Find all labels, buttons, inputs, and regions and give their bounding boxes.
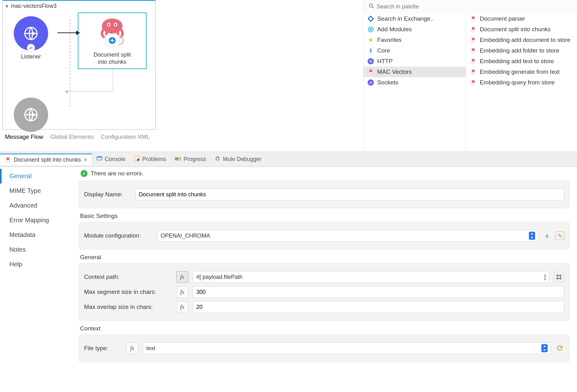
svg-point-37 [560, 275, 561, 276]
doc-split-label: Document split into chunks [78, 51, 146, 66]
palette-search[interactable] [367, 2, 574, 12]
properties-side-nav: General MIME Type Advanced Error Mapping… [0, 167, 76, 366]
op-embed-gen-text[interactable]: Embedding generate from text [466, 67, 577, 77]
tab-mule-debugger[interactable]: Mule Debugger [210, 154, 266, 165]
listener-node[interactable]: ⇄ Listener [6, 16, 56, 60]
fx-toggle-max-segment[interactable]: fx [176, 286, 188, 298]
svg-rect-23 [472, 72, 475, 74]
close-icon[interactable]: ✕ [83, 157, 88, 163]
tab-progress[interactable]: Progress [170, 154, 210, 164]
exchange-icon [367, 15, 374, 22]
context-path-input[interactable]: #[ payload.filePath ] [193, 271, 549, 283]
mac-vectors-icon [470, 37, 477, 43]
data-sense-button[interactable] [554, 272, 564, 282]
svg-rect-25 [472, 83, 475, 85]
svg-point-1 [102, 18, 123, 33]
select-stepper-icon [529, 232, 535, 240]
tab-global-elements[interactable]: Global Elements [50, 133, 94, 140]
side-item-metadata[interactable]: Metadata [0, 228, 76, 242]
svg-rect-34 [176, 158, 178, 159]
palette-cat-favorites[interactable]: ★ Favorites [364, 35, 466, 45]
fx-toggle-context-path[interactable]: fx [176, 271, 188, 283]
flow-canvas[interactable]: ▼ mac-vectorsFlow3 ⇄ Listener [0, 0, 364, 152]
file-type-label: File type: [84, 345, 122, 352]
ghost-listener-icon [14, 98, 48, 132]
properties-form: ✔ There are no errors. Display Name: Bas… [76, 167, 577, 366]
palette-cat-core[interactable]: Core [364, 45, 466, 56]
palette-cat-http[interactable]: ⊕ HTTP [364, 56, 466, 67]
basic-settings-group: Module configuration: OPENAI_CHROMA ＋ ✎ [79, 222, 569, 249]
tab-problems[interactable]: ! Problems [130, 154, 170, 165]
connector-vertical [113, 69, 113, 91]
side-item-error-mapping[interactable]: Error Mapping [0, 213, 76, 228]
refresh-button[interactable] [555, 344, 564, 353]
mac-vectors-node-icon [95, 15, 129, 49]
side-item-help[interactable]: Help [0, 257, 76, 272]
mac-vectors-icon [367, 68, 374, 75]
side-item-general[interactable]: General [0, 169, 76, 183]
op-embed-add-doc[interactable]: Embedding add document to store [466, 35, 577, 45]
canvas-tabs: Message Flow Global Elements Configurati… [0, 133, 363, 143]
side-item-mime[interactable]: MIME Type [0, 183, 76, 198]
mac-vectors-icon [470, 58, 477, 65]
svg-rect-21 [472, 62, 475, 64]
listener-label: Listener [6, 53, 56, 60]
palette-cat-sockets[interactable]: ⇄ Sockets [364, 77, 466, 88]
max-segment-input[interactable] [193, 286, 564, 298]
module-config-label: Module configuration: [84, 232, 153, 239]
op-embed-query[interactable]: Embedding query from store [466, 77, 577, 88]
problems-icon: ! [134, 156, 140, 163]
flow-arrow-icon [58, 33, 79, 33]
ghost-node[interactable] [6, 98, 56, 134]
max-overlap-label: Max overlap size in chars: [84, 304, 172, 310]
svg-rect-27 [6, 160, 9, 162]
tab-message-flow[interactable]: Message Flow [5, 133, 43, 140]
max-segment-label: Max segment size in chars: [84, 289, 172, 295]
core-icon [367, 47, 374, 54]
edit-config-button[interactable]: ✎ [555, 231, 564, 240]
module-config-select[interactable]: OPENAI_CHROMA [157, 230, 539, 242]
svg-rect-15 [472, 30, 475, 32]
flow-container[interactable]: ▼ mac-vectorsFlow3 ⇄ Listener [3, 0, 156, 130]
palette-cat-add-modules[interactable]: Add Modules [364, 24, 466, 35]
svg-rect-17 [472, 40, 475, 43]
svg-point-35 [216, 157, 219, 160]
context-path-label: Context path: [84, 274, 172, 280]
exchange-badge-icon: ⇄ [27, 44, 35, 52]
sockets-icon: ⇄ [367, 79, 374, 86]
add-config-button[interactable]: ＋ [543, 230, 551, 241]
validation-status: ✔ There are no errors. [79, 170, 569, 177]
general-title: General [80, 254, 568, 261]
http-icon: ⊕ [367, 58, 374, 65]
svg-point-39 [560, 278, 561, 279]
fx-toggle-max-overlap[interactable]: fx [176, 301, 188, 313]
side-item-notes[interactable]: Notes [0, 242, 76, 257]
mac-vectors-icon [470, 15, 477, 22]
tab-console[interactable]: Console [92, 154, 130, 165]
op-document-split[interactable]: Document split into chunks [466, 24, 577, 35]
max-overlap-input[interactable] [193, 301, 564, 313]
doc-split-node[interactable]: Document split into chunks [78, 13, 147, 69]
fx-toggle-file-type[interactable]: fx [126, 342, 138, 354]
palette-operations: Document parser Document split into chun… [466, 13, 577, 152]
tab-config-xml[interactable]: Configuration XML [101, 133, 150, 140]
op-embed-add-text[interactable]: Embedding add text to store [466, 56, 577, 67]
search-icon [369, 3, 374, 10]
palette-cat-exchange[interactable]: Search in Exchange.. [364, 13, 466, 24]
svg-rect-29 [97, 157, 102, 158]
palette-search-input[interactable] [377, 3, 572, 10]
op-document-parser[interactable]: Document parser [466, 13, 577, 24]
mac-vectors-icon [470, 47, 477, 54]
svg-rect-13 [472, 19, 475, 21]
tab-doc-split-props[interactable]: Document split into chunks ✕ [0, 153, 92, 165]
file-type-select[interactable]: text [143, 342, 551, 354]
display-name-input[interactable] [135, 188, 564, 200]
side-item-advanced[interactable]: Advanced [0, 198, 76, 213]
collapse-arrow-icon[interactable]: ▼ [5, 4, 9, 9]
palette-categories: Search in Exchange.. Add Modules ★ Favor… [364, 13, 466, 152]
progress-icon [175, 156, 181, 163]
connector-horizontal [65, 91, 114, 92]
plus-circle-icon [367, 26, 374, 33]
palette-cat-mac-vectors[interactable]: MAC Vectors [364, 67, 466, 77]
op-embed-add-folder[interactable]: Embedding add folder to store [466, 45, 577, 56]
